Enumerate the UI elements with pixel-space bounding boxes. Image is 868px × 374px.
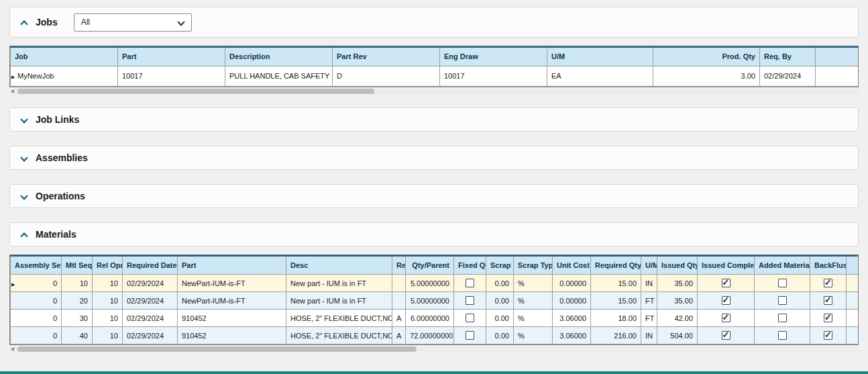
- cell-added-material[interactable]: [755, 292, 810, 310]
- column-header-um[interactable]: U/M: [547, 47, 653, 66]
- column-header-qty-parent[interactable]: Qty/Parent: [406, 256, 454, 275]
- cell-fixed-qty[interactable]: [454, 275, 486, 292]
- cell-mtl-seq[interactable]: 10: [62, 275, 93, 292]
- job-links-section-header[interactable]: Job Links: [9, 107, 859, 132]
- column-header-issued-qty[interactable]: Issued Qty: [657, 256, 698, 275]
- cell-rev[interactable]: [392, 292, 406, 310]
- scroll-left-arrow-icon[interactable]: [11, 89, 14, 93]
- cell-required-date[interactable]: 02/29/2024: [123, 310, 178, 327]
- material-row[interactable]: 0 10 10 02/29/2024 NewPart-IUM-is-FT New…: [11, 275, 859, 292]
- cell-um[interactable]: FT: [641, 310, 657, 327]
- column-header-mtl-seq[interactable]: Mtl Seq: [62, 256, 93, 275]
- column-header-backflush[interactable]: BackFlush: [810, 256, 847, 275]
- cell-unit-cost[interactable]: 0.00000: [553, 275, 591, 292]
- column-header-added-material[interactable]: Added Material: [755, 256, 810, 275]
- cell-issued-complete[interactable]: [698, 310, 755, 327]
- cell-job[interactable]: MyNewJob: [11, 66, 118, 86]
- cell-backflush[interactable]: [810, 292, 847, 310]
- cell-issued-complete[interactable]: [698, 327, 755, 344]
- cell-description[interactable]: PULL HANDLE, CAB SAFETY L…: [225, 66, 333, 86]
- column-header-required-qty[interactable]: Required Qty: [591, 256, 641, 275]
- cell-um[interactable]: IN: [641, 275, 657, 292]
- jobs-section-header[interactable]: Jobs All: [9, 7, 859, 38]
- cell-required-qty[interactable]: 15.00: [591, 292, 641, 310]
- cell-um[interactable]: EA: [547, 66, 653, 86]
- material-row[interactable]: 0 20 10 02/29/2024 NewPart-IUM-is-FT New…: [11, 292, 859, 310]
- cell-scrap[interactable]: 0.00: [486, 310, 514, 327]
- checkbox-icon[interactable]: [722, 314, 730, 322]
- material-row[interactable]: 0 30 10 02/29/2024 910452 HOSE, 2" FLEXI…: [11, 310, 859, 327]
- cell-scrap[interactable]: 0.00: [486, 292, 514, 310]
- cell-required-qty[interactable]: 15.00: [591, 275, 641, 292]
- cell-scrap-type[interactable]: %: [514, 292, 553, 310]
- column-header-scrap-type[interactable]: Scrap Type: [514, 256, 553, 275]
- cell-qty-parent[interactable]: 72.00000000: [406, 327, 454, 344]
- scrollbar-thumb[interactable]: [17, 346, 417, 352]
- checkbox-icon[interactable]: [722, 331, 730, 340]
- column-header-scrap[interactable]: Scrap: [486, 256, 514, 275]
- cell-backflush[interactable]: [810, 327, 847, 344]
- checkbox-icon[interactable]: [824, 314, 832, 322]
- cell-prod-qty[interactable]: 3.00: [653, 66, 760, 86]
- cell-part-rev[interactable]: D: [333, 66, 440, 86]
- column-header-eng-draw[interactable]: Eng Draw: [440, 47, 547, 66]
- cell-rev[interactable]: [392, 275, 406, 292]
- chevron-down-icon[interactable]: [21, 116, 28, 123]
- cell-fixed-qty[interactable]: [454, 327, 486, 344]
- cell-qty-parent[interactable]: 5.00000000: [406, 292, 454, 310]
- checkbox-icon[interactable]: [778, 279, 787, 287]
- cell-desc[interactable]: HOSE, 2" FLEXIBLE DUCT,NO…: [286, 327, 392, 344]
- jobs-filter-dropdown[interactable]: All: [74, 13, 192, 32]
- cell-scrap-type[interactable]: %: [514, 310, 553, 327]
- column-header-rel-opr[interactable]: Rel Opr.: [93, 256, 123, 275]
- cell-issued-qty[interactable]: 504.00: [657, 327, 698, 344]
- cell-unit-cost[interactable]: 3.06000: [553, 310, 591, 327]
- column-header-part-rev[interactable]: Part Rev: [333, 47, 440, 66]
- cell-part[interactable]: 910452: [178, 310, 286, 327]
- cell-assembly-seq[interactable]: 0: [11, 275, 62, 292]
- checkbox-icon[interactable]: [824, 296, 832, 305]
- column-header-required-date[interactable]: Required Date: [123, 256, 178, 275]
- cell-scrap[interactable]: 0.00: [486, 327, 514, 344]
- cell-required-date[interactable]: 02/29/2024: [123, 275, 178, 292]
- cell-desc[interactable]: New part - IUM is in FT: [286, 275, 392, 292]
- chevron-up-icon[interactable]: [21, 231, 28, 238]
- cell-issued-complete[interactable]: [698, 292, 755, 310]
- cell-scrap-type[interactable]: %: [514, 327, 553, 344]
- operations-section-header[interactable]: Operations: [9, 184, 859, 208]
- column-header-description[interactable]: Description: [225, 47, 333, 66]
- cell-assembly-seq[interactable]: 0: [11, 292, 62, 310]
- cell-required-qty[interactable]: 216.00: [591, 327, 641, 344]
- cell-qty-parent[interactable]: 6.00000000: [406, 310, 454, 327]
- column-header-rev[interactable]: Rev: [392, 256, 406, 275]
- cell-backflush[interactable]: [810, 310, 847, 327]
- cell-unit-cost[interactable]: 3.06000: [553, 327, 591, 344]
- cell-rel-opr[interactable]: 10: [93, 327, 123, 344]
- cell-rel-opr[interactable]: 10: [93, 310, 123, 327]
- scrollbar-thumb[interactable]: [17, 89, 374, 94]
- cell-added-material[interactable]: [755, 327, 810, 344]
- job-row[interactable]: MyNewJob 10017 PULL HANDLE, CAB SAFETY L…: [11, 66, 859, 86]
- checkbox-icon[interactable]: [466, 279, 474, 287]
- checkbox-icon[interactable]: [778, 331, 787, 340]
- checkbox-icon[interactable]: [824, 331, 832, 340]
- chevron-down-icon[interactable]: [21, 193, 28, 199]
- column-header-issued-complete[interactable]: Issued Complete: [698, 256, 755, 275]
- cell-empty[interactable]: [847, 275, 859, 292]
- cell-rev[interactable]: A: [392, 327, 406, 344]
- cell-scrap[interactable]: 0.00: [486, 275, 514, 292]
- checkbox-icon[interactable]: [466, 314, 474, 322]
- column-header-req-by[interactable]: Req. By: [760, 47, 816, 66]
- cell-part[interactable]: NewPart-IUM-is-FT: [178, 275, 286, 292]
- cell-added-material[interactable]: [755, 275, 810, 292]
- cell-required-date[interactable]: 02/29/2024: [123, 327, 178, 344]
- column-header-part[interactable]: Part: [118, 47, 225, 66]
- cell-rev[interactable]: A: [392, 310, 406, 327]
- cell-added-material[interactable]: [755, 310, 810, 327]
- assemblies-section-header[interactable]: Assemblies: [9, 146, 859, 170]
- cell-um[interactable]: IN: [641, 327, 657, 344]
- column-header-um[interactable]: U/M: [641, 256, 657, 275]
- cell-part[interactable]: 910452: [178, 327, 286, 344]
- column-header-unit-cost[interactable]: Unit Cost: [553, 256, 591, 275]
- cell-empty[interactable]: [816, 66, 859, 86]
